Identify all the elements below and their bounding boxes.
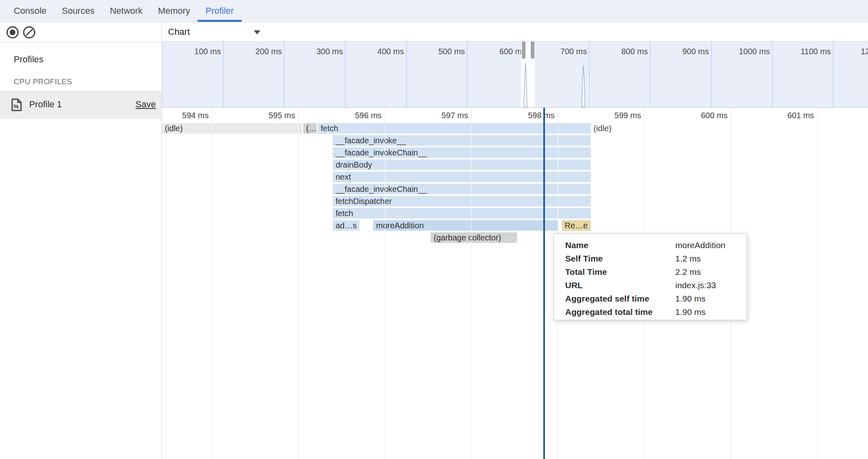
flame-bar-garbage-collector[interactable]: (garbage collector) — [431, 232, 517, 243]
profile-document-icon: % — [11, 98, 22, 111]
flame-bar-ad-s[interactable]: ad…s — [333, 220, 360, 231]
flame-bar-idle[interactable]: (idle) — [162, 123, 302, 134]
timeline-overview[interactable]: 100 ms200 ms300 ms400 ms500 ms600 ms700 … — [162, 42, 868, 108]
tooltip-value: 1.2 ms — [675, 252, 701, 265]
tooltip-value: 1.90 ms — [675, 305, 706, 319]
flame-ruler-label: 598 ms — [490, 110, 555, 121]
tooltip-value: 1.90 ms — [675, 292, 706, 305]
tooltip-row-url: URLindex.js:33 — [565, 278, 747, 292]
flame-ruler-label: 601 ms — [749, 110, 814, 121]
tooltip-label: Self Time — [565, 252, 675, 265]
tooltip-row-total-time: Total Time2.2 ms — [565, 265, 747, 278]
flame-bar-fetch[interactable]: fetch — [333, 208, 591, 219]
view-mode-select[interactable]: Chart — [168, 25, 265, 39]
flame-bar-fetchdispatcher[interactable]: fetchDispatcher — [333, 196, 591, 206]
flame-grid-line-overlay — [298, 108, 299, 459]
tooltip-row-aggregated-total-time: Aggregated total time1.90 ms — [565, 305, 747, 319]
tab-memory[interactable]: Memory — [158, 0, 190, 22]
tab-network[interactable]: Network — [110, 0, 143, 22]
save-link[interactable]: Save — [136, 99, 156, 110]
flame-ruler-label: 599 ms — [576, 110, 641, 121]
flame-chart: 594 ms595 ms596 ms597 ms598 ms599 ms600 … — [162, 108, 868, 459]
flame-bar-fetch[interactable]: fetch — [318, 123, 591, 134]
overview-selection-handle-1[interactable] — [522, 42, 525, 59]
flame-ruler-label: 597 ms — [403, 110, 468, 121]
flame-bar-facade-invokechain[interactable]: __facade_invokeChain__ — [333, 184, 591, 194]
tooltip-label: Aggregated self time — [565, 292, 675, 305]
tab-sources[interactable]: Sources — [62, 0, 95, 22]
web-inspector-profiler: ConsoleSourcesNetworkMemoryProfiler Prof… — [0, 0, 868, 459]
record-icon[interactable] — [6, 26, 19, 38]
overview-selection-handle-2[interactable] — [531, 42, 534, 59]
profiles-title: Profiles — [14, 54, 43, 65]
flame-ruler-label: 596 ms — [317, 110, 382, 121]
flame-bar-moreaddition[interactable]: moreAddition — [373, 220, 558, 231]
tab-profiler[interactable]: Profiler — [206, 0, 234, 22]
cpu-profiles-section-label: CPU PROFILES — [14, 77, 72, 86]
clear-slash — [26, 29, 33, 36]
flame-bar-facade-invokechain[interactable]: __facade_invokeChain__ — [333, 147, 591, 158]
flame-grid-line-overlay — [211, 108, 212, 459]
flame-ruler-label: 600 ms — [663, 110, 728, 121]
chevron-down-icon — [254, 30, 260, 34]
view-mode-toolbar: Chart — [162, 23, 868, 42]
tooltip-value: index.js:33 — [675, 278, 716, 292]
frame-tooltip: NamemoreAdditionSelf Time1.2 msTotal Tim… — [553, 234, 747, 320]
tooltip-label: Total Time — [565, 265, 675, 278]
svg-text:%: % — [13, 103, 19, 110]
tab-bar: ConsoleSourcesNetworkMemoryProfiler — [0, 0, 868, 22]
flame-bar-re-e[interactable]: Re…e — [562, 220, 591, 231]
tooltip-row-name: NamemoreAddition — [565, 238, 747, 252]
playhead[interactable] — [543, 108, 545, 459]
flame-bar-facade-invoke[interactable]: __facade_invoke__ — [333, 135, 591, 146]
flame-bar-idle: (idle) — [592, 123, 627, 134]
tooltip-row-self-time: Self Time1.2 ms — [565, 252, 747, 265]
tooltip-value: 2.2 ms — [675, 265, 701, 278]
tooltip-label: Name — [565, 238, 675, 252]
profile-row[interactable]: % Profile 1 Save — [0, 91, 162, 119]
flame-bar-item[interactable]: (… — [303, 123, 317, 134]
flame-grid-line-overlay — [471, 108, 472, 459]
profile-name: Profile 1 — [29, 99, 62, 110]
tooltip-value: moreAddition — [675, 238, 725, 252]
flame-grid-line-overlay — [385, 108, 385, 459]
flame-grid-line-overlay — [817, 108, 818, 459]
cpu-usage-spikes — [163, 42, 868, 108]
view-mode-label: Chart — [168, 27, 190, 37]
flame-bar-drainbody[interactable]: drainBody — [333, 159, 591, 170]
clear-icon[interactable] — [23, 26, 35, 38]
tab-console[interactable]: Console — [14, 0, 47, 22]
tooltip-label: Aggregated total time — [565, 305, 675, 319]
tooltip-label: URL — [565, 278, 675, 292]
flame-ruler-label: 595 ms — [230, 110, 295, 121]
flame-bar-next[interactable]: next — [333, 172, 591, 182]
record-dot — [10, 30, 15, 35]
tooltip-row-aggregated-self-time: Aggregated self time1.90 ms — [565, 292, 747, 305]
sidebar-toolbar — [0, 23, 162, 42]
sidebar: Profiles CPU PROFILES % Profile 1 Save — [0, 23, 162, 459]
flame-ruler-label: 594 ms — [162, 110, 208, 121]
